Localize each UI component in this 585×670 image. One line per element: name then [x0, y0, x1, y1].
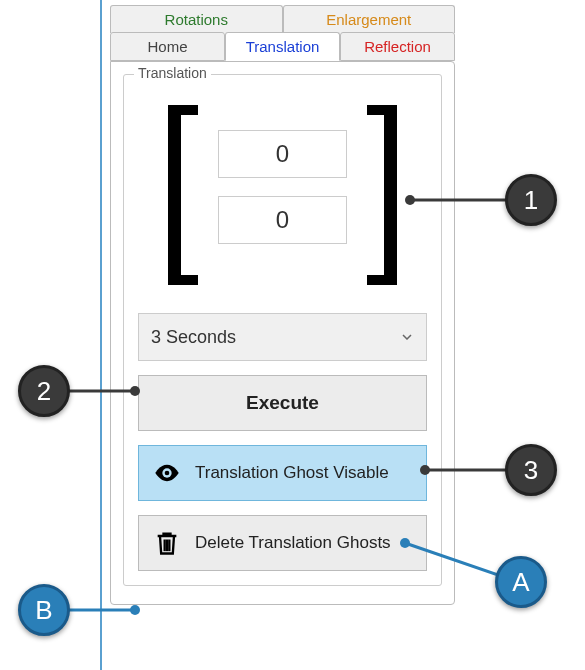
tab-translation[interactable]: Translation [225, 32, 340, 61]
duration-selected-label: 3 Seconds [151, 327, 236, 348]
eye-icon [153, 459, 181, 487]
callout-2: 2 [18, 365, 70, 417]
callout-3: 3 [505, 444, 557, 496]
tab-enlargement[interactable]: Enlargement [283, 5, 456, 33]
svg-point-1 [165, 471, 170, 476]
tab-reflection[interactable]: Reflection [340, 32, 455, 61]
duration-select[interactable]: 3 Seconds [138, 313, 427, 361]
vector-y-input[interactable] [218, 196, 347, 244]
bracket-right-icon [359, 105, 397, 285]
callout-1: 1 [505, 174, 557, 226]
svg-point-14 [130, 605, 140, 615]
execute-label: Execute [246, 392, 319, 414]
tab-home[interactable]: Home [110, 32, 225, 61]
delete-ghosts-button[interactable]: Delete Translation Ghosts [138, 515, 427, 571]
vector-x-input[interactable] [218, 130, 347, 178]
tab-content: Translation 3 Seconds [110, 61, 455, 605]
leader-b [60, 600, 140, 620]
execute-button[interactable]: Execute [138, 375, 427, 431]
delete-ghosts-label: Delete Translation Ghosts [195, 533, 391, 553]
tab-row-primary: Home Translation Reflection [110, 32, 455, 61]
tab-rotations[interactable]: Rotations [110, 5, 283, 33]
translation-vector-area [138, 95, 427, 295]
ghost-visible-button[interactable]: Translation Ghost Visable [138, 445, 427, 501]
svg-point-8 [130, 386, 140, 396]
translation-fieldset: Translation 3 Seconds [123, 74, 442, 586]
leader-2 [60, 381, 140, 401]
svg-line-12 [405, 543, 510, 579]
trash-icon [153, 529, 181, 557]
main-panel: Rotations Enlargement Home Translation R… [110, 5, 455, 605]
ghost-visible-label: Translation Ghost Visable [195, 463, 389, 483]
divider-line [100, 0, 102, 670]
vector-inputs [218, 130, 347, 244]
callout-b: B [18, 584, 70, 636]
tab-row-secondary: Rotations Enlargement [110, 5, 455, 33]
callout-a: A [495, 556, 547, 608]
chevron-down-icon [402, 334, 412, 340]
bracket-left-icon [168, 105, 206, 285]
fieldset-legend: Translation [134, 65, 211, 81]
